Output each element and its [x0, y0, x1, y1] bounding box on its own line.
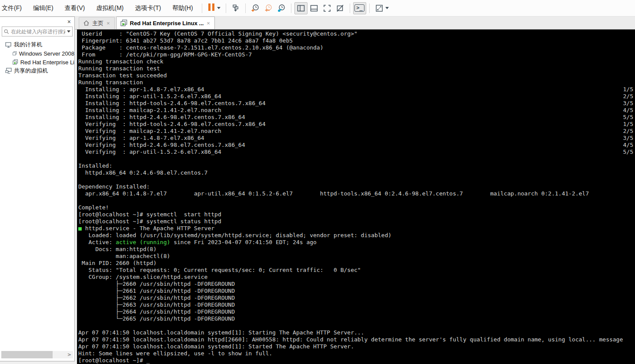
menu-tabs[interactable]: 选项卡(T) [129, 0, 167, 16]
snapshot-take-icon [251, 4, 260, 13]
terminal-line: Package : centos-release-7-2.1511.el7.ce… [78, 44, 635, 51]
thumbnail-bar-button[interactable] [307, 2, 321, 14]
toolbar-separator [226, 3, 226, 13]
tab-strip: 主页 × Red Hat Enterprise Linux ... × [75, 17, 635, 30]
terminal-line: Dependency Installed: [78, 183, 635, 190]
terminal-line: Fingerprint: 6341 ab27 53d7 8a78 a7c2 7b… [78, 37, 635, 44]
terminal-line: ├─2664 /usr/sbin/httpd -DFOREGROUND [78, 308, 635, 315]
tree-item-label: 我的计算机 [14, 41, 42, 49]
terminal-line: Installing : mailcap-2.1.41-2.el7.noarch… [78, 107, 635, 114]
terminal-line [78, 176, 635, 183]
tab-close-icon[interactable]: × [206, 20, 211, 26]
snapshot-take-button[interactable] [249, 2, 262, 14]
terminal-line: Complete! [78, 204, 635, 211]
terminal-line: Apr 07 07:41:50 localhost.localdomain ht… [78, 336, 635, 343]
search-input[interactable] [11, 29, 65, 35]
terminal-line: [root@localhost ~]# systemctl status htt… [78, 218, 635, 225]
toolbar-separator [369, 3, 370, 13]
scrollbar-right-arrow[interactable]: > [67, 352, 71, 357]
terminal-line: Running transaction check [78, 58, 635, 65]
terminal-line [78, 197, 635, 204]
search-dropdown-icon[interactable] [67, 30, 70, 33]
vmware-window: { "window": { "menubar": { "items": [ {"… [0, 0, 635, 364]
fit-guest-icon [375, 4, 384, 13]
terminal-line: Installing : httpd-2.4.6-98.el7.centos.7… [78, 114, 635, 121]
chevron-down-icon [217, 7, 221, 9]
computer-icon [5, 42, 12, 48]
toolbar-separator [245, 3, 246, 13]
terminal-line: [root@localhost ~]# _ [78, 357, 635, 364]
shared-vms-icon [5, 68, 12, 74]
terminal-line: Installing : httpd-tools-2.4.6-98.el7.ce… [78, 100, 635, 107]
horizontal-scrollbar[interactable]: > [1, 351, 73, 358]
terminal-line: Loaded: loaded (/usr/lib/systemd/system/… [78, 232, 635, 239]
snapshot-revert-button[interactable] [262, 2, 275, 14]
toolbar-separator [202, 3, 202, 13]
tree-item-shared-vms[interactable]: 共享的虚拟机 [0, 66, 74, 75]
menu-file[interactable]: 文件(F) [0, 0, 27, 16]
terminal-line: Verifying : apr-1.4.8-7.el7.x86_643/5 [78, 135, 635, 142]
tab-close-icon[interactable]: × [106, 20, 110, 26]
sidebar-close-icon[interactable]: × [67, 19, 71, 25]
terminal-line: Docs: man:httpd(8) [78, 246, 635, 253]
terminal-line: Status: "Total requests: 0; Current requ… [78, 267, 635, 274]
ctrl-alt-del-icon [231, 4, 240, 13]
library-panel-icon [297, 4, 305, 13]
toolbar-separator [350, 3, 350, 13]
vm-console[interactable]: Userid : "CentOS-7 Key (CentOS 7 Officia… [77, 30, 635, 364]
terminal-line [78, 322, 635, 329]
terminal-line: Installing : apr-util-1.5.2-6.el7.x86_64… [78, 93, 635, 100]
terminal-line: Verifying : apr-util-1.5.2-6.el7.x86_645… [78, 149, 635, 156]
menu-view[interactable]: 查看(V) [59, 0, 91, 16]
fullscreen-button[interactable] [321, 2, 334, 14]
tree-item-label: 共享的虚拟机 [14, 67, 48, 75]
terminal-line: From : /etc/pki/rpm-gpg/RPM-GPG-KEY-Cent… [78, 51, 635, 58]
library-panel-button[interactable] [294, 2, 307, 14]
vm-running-icon [13, 59, 18, 65]
suspend-icon [207, 3, 215, 13]
terminal-line: Active: active (running) since Fri 2023-… [78, 239, 635, 246]
terminal-line: Verifying : mailcap-2.1.41-2.el7.noarch2… [78, 128, 635, 135]
tree-item-label: Windows Server 2008 [19, 50, 74, 57]
terminal-line: Transaction test succeeded [78, 72, 635, 79]
tab-vm-rhel[interactable]: Red Hat Enterprise Linux ... × [116, 17, 215, 29]
terminal-line: ├─2661 /usr/sbin/httpd -DFOREGROUND [78, 288, 635, 295]
suspend-button[interactable] [205, 2, 223, 14]
terminal-output: Userid : "CentOS-7 Key (CentOS 7 Officia… [78, 30, 635, 364]
terminal-line: man:apachectl(8) [78, 253, 635, 260]
chevron-down-icon [385, 7, 389, 9]
menu-help[interactable]: 帮助(H) [167, 0, 198, 16]
unity-mode-icon [336, 4, 344, 13]
scrollbar-thumb[interactable] [1, 351, 53, 358]
fullscreen-icon [323, 4, 331, 13]
vm-tree: 我的计算机 Windows Server 2008 Red Hat Enterp… [0, 40, 74, 75]
fit-guest-button[interactable] [373, 2, 391, 14]
terminal-line: ├─2660 /usr/sbin/httpd -DFOREGROUND [78, 281, 635, 288]
terminal-line: apr.x86_64 0:1.4.8-7.el7 apr-util.x86_64… [78, 190, 635, 197]
tree-item-my-computer[interactable]: 我的计算机 [0, 40, 74, 49]
menubar: 文件(F) 编辑(E) 查看(V) 虚拟机(M) 选项卡(T) 帮助(H) [0, 0, 635, 17]
tab-label: 主页 [92, 20, 104, 27]
terminal-line: └─2665 /usr/sbin/httpd -DFOREGROUND [78, 315, 635, 322]
menu-edit[interactable]: 编辑(E) [27, 0, 59, 16]
tree-item-windows-server-2008[interactable]: Windows Server 2008 [0, 49, 74, 58]
terminal-line: ├─2662 /usr/sbin/httpd -DFOREGROUND [78, 295, 635, 301]
terminal-line: Running transaction [78, 79, 635, 86]
snapshot-revert-icon [264, 4, 273, 13]
terminal-line: Apr 07 07:41:50 localhost.localdomain sy… [78, 329, 635, 336]
unity-mode-button[interactable] [334, 2, 347, 14]
console-view-button[interactable]: >_ [353, 2, 366, 14]
menu-vm[interactable]: 虚拟机(M) [90, 0, 129, 16]
terminal-line: httpd.x86_64 0:2.4.6-98.el7.centos.7 [78, 169, 635, 176]
terminal-line: Hint: Some lines were ellipsized, use -l… [78, 350, 635, 357]
vm-running-icon [120, 20, 127, 26]
terminal-line: [root@localhost ~]# systemctl start http… [78, 211, 635, 218]
snapshot-manager-button[interactable] [275, 2, 288, 14]
library-search[interactable] [2, 26, 73, 36]
tree-item-rhel[interactable]: Red Hat Enterprise Li [0, 58, 74, 66]
tab-home[interactable]: 主页 × [79, 17, 115, 29]
terminal-line: CGroup: /system.slice/httpd.service [78, 274, 635, 281]
library-sidebar: × 我的计算机 Windows Server 2008 [0, 17, 75, 361]
ctrl-alt-del-button[interactable] [229, 2, 242, 14]
terminal-line: Verifying : httpd-tools-2.4.6-98.el7.cen… [78, 121, 635, 128]
